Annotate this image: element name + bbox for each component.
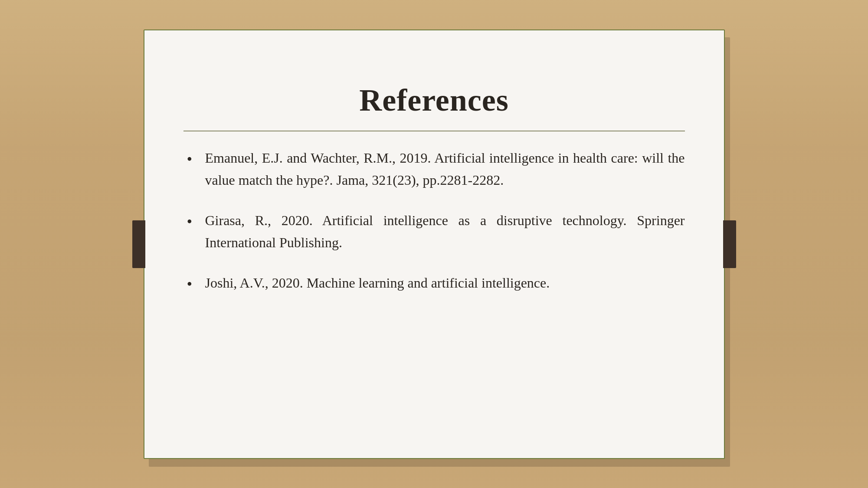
list-item: Girasa, R., 2020. Artificial intelligenc… bbox=[183, 210, 685, 254]
list-item: Joshi, A.V., 2020. Machine learning and … bbox=[183, 272, 685, 294]
reference-text: Joshi, A.V., 2020. Machine learning and … bbox=[205, 275, 550, 291]
slide-title: References bbox=[183, 82, 685, 131]
reference-text: Emanuel, E.J. and Wachter, R.M., 2019. A… bbox=[205, 150, 685, 188]
reference-text: Girasa, R., 2020. Artificial intelligenc… bbox=[205, 213, 685, 250]
list-item: Emanuel, E.J. and Wachter, R.M., 2019. A… bbox=[183, 147, 685, 191]
left-tab bbox=[132, 220, 145, 268]
slide-container: References Emanuel, E.J. and Wachter, R.… bbox=[144, 29, 725, 459]
right-tab bbox=[723, 220, 736, 268]
references-list: Emanuel, E.J. and Wachter, R.M., 2019. A… bbox=[183, 147, 685, 432]
top-spacer bbox=[183, 56, 685, 82]
slide: References Emanuel, E.J. and Wachter, R.… bbox=[144, 29, 725, 459]
